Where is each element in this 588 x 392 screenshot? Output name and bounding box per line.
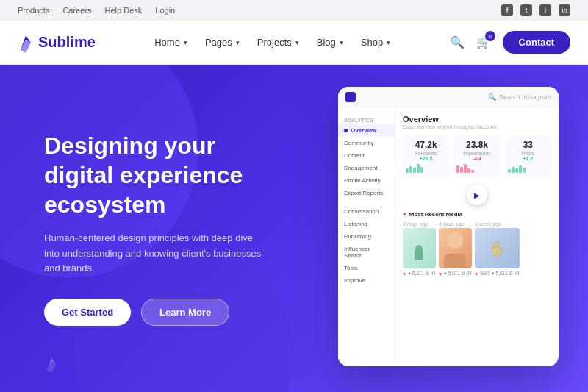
person-head (447, 232, 463, 249)
card-search[interactable]: 🔍 Search Instagram (488, 93, 551, 101)
sidebar-listening[interactable]: Listening (338, 218, 395, 230)
overview-subtitle: Data overview of your Instagram account. (403, 124, 551, 129)
logo-icon (18, 32, 34, 53)
card-body: Analytics Overview Community Content Eng… (338, 107, 559, 366)
posts-label: Posts (508, 151, 548, 156)
sidebar-overview[interactable]: Overview (338, 124, 395, 137)
card-brand-icon (345, 92, 356, 102)
logo: Sublime (18, 32, 96, 53)
card-main-content: Overview Data overview of your Instagram… (395, 107, 559, 366)
cart-wrapper: 🛒 0 (476, 35, 491, 49)
sidebar-section-analytics: Analytics (338, 113, 395, 124)
plant-image (403, 228, 436, 268)
brand-name: Sublime (38, 34, 96, 51)
watermark (44, 355, 59, 374)
twitter-icon[interactable]: t (520, 4, 532, 16)
followers-change: +21.5 (406, 156, 446, 161)
followers-num: 47.2k (406, 140, 446, 150)
nav-blog[interactable]: Blog▾ (317, 37, 343, 48)
facebook-icon[interactable]: f (501, 4, 513, 16)
impressions-label: Impressions (456, 151, 497, 156)
chevron-down-icon: ▾ (387, 39, 390, 46)
followers-label: Followers (406, 151, 446, 156)
media-date-2: 4 days ago (439, 221, 472, 227)
stats-row: 47.2k Followers +21.5 23.8k I (403, 135, 551, 177)
hero-content: Designing your digital experience ecosys… (0, 131, 309, 326)
social-icons: f t i in (501, 4, 570, 16)
media-grid: 3 days ago ♥ ♥ 5,011 ⧉ 44 (403, 221, 551, 277)
sidebar-improve[interactable]: Improve (338, 274, 395, 287)
media-likes-3: ♥ ⧉ 80 ♥ 5,011 ⧉ 44 (475, 271, 520, 277)
heart-icon: ♥ (403, 271, 406, 277)
stat-impressions: 23.8k Impressions -4.4 (453, 135, 500, 177)
media-date-1: 3 days ago (403, 221, 436, 227)
sidebar-divider (338, 199, 395, 205)
sidebar-profile[interactable]: Profile Activity (338, 174, 395, 187)
get-started-button[interactable]: Get Started (44, 299, 131, 326)
nav-actions: 🔍 🛒 0 Contact (450, 31, 570, 54)
media-likes-1: ♥ ♥ 5,011 ⧉ 44 (403, 271, 436, 277)
media-date-3: 1 week ago (475, 221, 520, 227)
sidebar-conversation[interactable]: Conversation (338, 205, 395, 218)
posts-graph (508, 163, 548, 173)
cart-badge: 0 (485, 31, 495, 41)
hero-title: Designing your digital experience ecosys… (44, 131, 265, 219)
chevron-down-icon: ▾ (236, 39, 240, 46)
chevron-down-icon: ▾ (340, 39, 343, 46)
chevron-down-icon: ▾ (295, 39, 299, 46)
media-item-2: 4 days ago ♥ ♥ 5,011 ⧉ 44 (439, 221, 472, 277)
media-thumbnail-3: ✋ (475, 228, 520, 268)
nav-projects[interactable]: Projects▾ (257, 37, 299, 48)
login-link[interactable]: Login (155, 6, 175, 15)
sidebar-tools[interactable]: Tools (338, 262, 395, 274)
instagram-icon[interactable]: i (539, 4, 551, 16)
followers-graph (406, 163, 446, 173)
contact-button[interactable]: Contact (503, 31, 570, 54)
main-nav: Sublime Home▾ Pages▾ Projects▾ Blog▾ Sho… (0, 21, 588, 65)
sidebar-community[interactable]: Community (338, 137, 395, 149)
active-dot (344, 129, 348, 132)
chevron-down-icon: ▾ (184, 39, 187, 46)
person-body (444, 254, 466, 268)
play-button[interactable]: ▶ (467, 185, 487, 205)
search-icon[interactable]: 🔍 (450, 35, 465, 49)
nav-shop[interactable]: Shop▾ (361, 37, 390, 48)
posts-change: +1.2 (508, 156, 548, 161)
card-sidebar: Analytics Overview Community Content Eng… (338, 107, 395, 366)
impressions-change: -4.4 (456, 156, 497, 161)
card-top-bar: 🔍 Search Instagram (338, 87, 559, 107)
dashboard-card: 🔍 Search Instagram Analytics Overview Co… (338, 87, 559, 366)
hero-subtitle: Human-centered design principles with de… (44, 231, 265, 277)
nav-home[interactable]: Home▾ (154, 37, 187, 48)
nav-pages[interactable]: Pages▾ (205, 37, 240, 48)
media-title: ♥ Most Recent Media (403, 211, 551, 218)
media-likes-2: ♥ ♥ 5,011 ⧉ 44 (439, 271, 472, 277)
media-thumbnail-2 (439, 228, 472, 268)
heart-icon-3: ♥ (475, 271, 478, 277)
stat-posts: 33 Posts +1.2 (505, 135, 551, 177)
sidebar-publishing[interactable]: Publishing (338, 230, 395, 243)
hero-section: Designing your digital experience ecosys… (0, 65, 588, 392)
media-item-3: 1 week ago ✋ ♥ ⧉ 80 ♥ 5,011 ⧉ 44 (475, 221, 520, 277)
sidebar-content[interactable]: Content (338, 149, 395, 162)
careers-link[interactable]: Careers (62, 6, 91, 15)
nav-links: Home▾ Pages▾ Projects▾ Blog▾ Shop▾ (154, 37, 390, 48)
media-item-1: 3 days ago ♥ ♥ 5,011 ⧉ 44 (403, 221, 436, 277)
impressions-graph (456, 163, 497, 173)
top-bar: Products Careers Help Desk Login f t i i… (0, 0, 588, 21)
heart-icon-2: ♥ (439, 271, 442, 277)
overview-title: Overview (403, 115, 551, 124)
hero-buttons: Get Started Learn More (44, 299, 265, 326)
sidebar-export[interactable]: Export Reports (338, 187, 395, 199)
helpdesk-link[interactable]: Help Desk (105, 6, 143, 15)
linkedin-icon[interactable]: in (559, 4, 570, 16)
products-link[interactable]: Products (18, 6, 49, 15)
posts-num: 33 (508, 140, 548, 150)
impressions-num: 23.8k (456, 140, 497, 150)
learn-more-button[interactable]: Learn More (141, 299, 229, 326)
stat-followers: 47.2k Followers +21.5 (403, 135, 449, 177)
sidebar-engagement[interactable]: Engagement (338, 162, 395, 174)
sidebar-influencer[interactable]: Influencer Search (338, 243, 395, 262)
media-thumbnail-1 (403, 228, 436, 268)
top-bar-links: Products Careers Help Desk Login (18, 6, 175, 15)
